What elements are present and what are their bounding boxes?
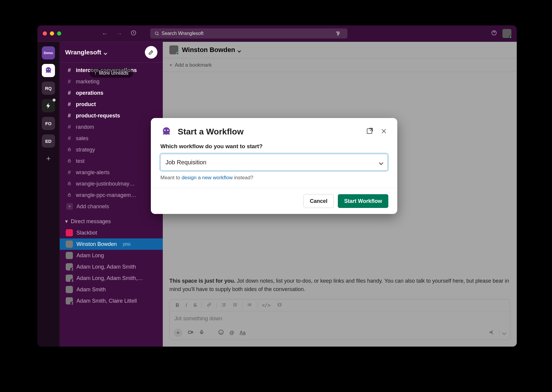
dm-adam-smith[interactable]: Adam Smith — [60, 284, 163, 295]
svg-rect-8 — [68, 149, 70, 151]
window-minimize-button[interactable] — [50, 31, 54, 36]
search-bar[interactable]: Search Wranglesoft — [150, 28, 347, 39]
svg-point-6 — [47, 69, 48, 70]
svg-point-3 — [338, 33, 339, 34]
channel-wrangle-justin[interactable]: wrangle-justinboulmay… — [60, 178, 163, 189]
presence-dot-icon — [509, 36, 512, 39]
chevron-down-icon — [380, 159, 383, 166]
hash-icon: # — [66, 90, 72, 96]
filter-icon[interactable] — [335, 31, 341, 36]
svg-rect-10 — [68, 183, 70, 185]
more-unreads-pill[interactable]: ↑ More unreads — [89, 69, 133, 78]
slack-window: ← → Search Wranglesoft Demo RQ — [37, 25, 517, 347]
workflow-select[interactable]: Job Requisition — [160, 154, 388, 171]
close-modal-button[interactable] — [380, 127, 388, 137]
channel-wrangle-ppc[interactable]: wrangle-ppc-managem… — [60, 189, 163, 201]
start-workflow-modal: Start a Workflow Which workflow do you w… — [151, 118, 397, 214]
hash-icon: # — [66, 113, 72, 119]
search-icon — [154, 31, 159, 36]
workflow-selected-value: Job Requisition — [165, 159, 206, 166]
close-icon — [381, 128, 387, 134]
workspace-rail: Demo RQ FO ED + — [37, 42, 60, 347]
add-workspace-button[interactable]: + — [46, 154, 50, 163]
wrangle-logo-icon — [160, 126, 172, 138]
more-unreads-label: More unreads — [99, 71, 128, 76]
nav-controls: ← → — [101, 29, 138, 39]
nav-back-button[interactable]: ← — [101, 29, 109, 38]
lock-icon — [66, 181, 72, 187]
window-close-button[interactable] — [43, 31, 47, 36]
dm-section-toggle[interactable]: ▾ Direct messages — [60, 216, 163, 227]
add-channels-button[interactable]: +Add channels — [60, 201, 163, 212]
modal-body: Which workflow do you want to start? Job… — [151, 140, 397, 188]
channel-operations[interactable]: #operations — [60, 87, 163, 99]
hash-icon: # — [66, 135, 72, 142]
avatar — [66, 252, 73, 259]
workspace-name-label: Wranglesoft — [65, 49, 101, 56]
svg-rect-9 — [68, 160, 70, 162]
window-maximize-button[interactable] — [57, 31, 61, 36]
modal-header: Start a Workflow — [151, 118, 397, 140]
compose-button[interactable] — [145, 46, 157, 59]
hash-icon: # — [66, 124, 72, 130]
dm-section-label: Direct messages — [71, 218, 111, 225]
rail-workspace-wrangle[interactable] — [42, 64, 55, 77]
history-button[interactable] — [129, 29, 138, 39]
svg-point-20 — [167, 130, 169, 131]
channel-random[interactable]: #random — [60, 121, 163, 133]
start-workflow-button[interactable]: Start Workflow — [338, 194, 388, 208]
avatar — [66, 229, 73, 236]
external-link-icon — [367, 128, 372, 134]
dm-adam-smith-claire[interactable]: 2Adam Smith, Claire Littell — [60, 295, 163, 307]
channel-list: ↑ More unreads #intercom-conversations #… — [60, 63, 163, 347]
avatar: 2 — [66, 297, 73, 304]
avatar — [66, 241, 73, 248]
arrow-up-icon: ↑ — [94, 71, 96, 76]
rail-workspace-rq[interactable]: RQ — [42, 82, 55, 95]
cancel-button[interactable]: Cancel — [303, 194, 334, 208]
dm-slackbot[interactable]: Slackbot — [60, 227, 163, 238]
caret-down-icon: ▾ — [65, 218, 68, 225]
dm-winston-bowden[interactable]: Winston Bowdenyou — [60, 238, 163, 250]
channel-product[interactable]: #product — [60, 99, 163, 110]
badge-dot-icon — [53, 99, 56, 102]
workflow-question-label: Which workflow do you want to start? — [160, 143, 388, 150]
chevron-down-icon — [103, 49, 107, 56]
titlebar: ← → Search Wranglesoft — [37, 25, 517, 42]
rail-workspace-demo[interactable]: Demo — [42, 46, 55, 59]
channel-wrangle-alerts[interactable]: #wrangle-alerts — [60, 167, 163, 178]
lock-icon — [66, 158, 72, 164]
svg-rect-11 — [68, 195, 70, 196]
traffic-lights — [43, 31, 61, 36]
svg-point-19 — [164, 130, 166, 131]
channel-test[interactable]: test — [60, 155, 163, 167]
user-avatar[interactable] — [502, 29, 511, 38]
modal-hint: Meant to design a new workflow instead? — [160, 175, 388, 181]
svg-point-4 — [338, 34, 338, 35]
search-placeholder: Search Wranglesoft — [162, 31, 335, 36]
workspace-switcher[interactable]: Wranglesoft — [65, 49, 107, 56]
rail-workspace-fo[interactable]: FO — [42, 117, 55, 130]
help-button[interactable] — [490, 29, 498, 39]
dm-adam-long[interactable]: Adam Long — [60, 250, 163, 261]
channel-strategy[interactable]: strategy — [60, 144, 163, 155]
dm-group-3[interactable]: 3Adam Long, Adam Smith,… — [60, 272, 163, 284]
modal-title: Start a Workflow — [178, 127, 360, 137]
hash-icon: # — [66, 79, 72, 85]
svg-point-2 — [337, 32, 338, 33]
channel-sales[interactable]: #sales — [60, 133, 163, 144]
channel-product-requests[interactable]: #product-requests — [60, 110, 163, 121]
avatar: 2 — [66, 263, 73, 270]
nav-forward-button[interactable]: → — [115, 29, 123, 38]
dm-adam-long-adam-smith[interactable]: 2Adam Long, Adam Smith — [60, 261, 163, 272]
design-workflow-link[interactable]: design a new workflow — [182, 175, 233, 180]
rail-workspace-flash[interactable] — [42, 99, 55, 112]
svg-point-1 — [155, 32, 158, 35]
rail-workspace-ed[interactable]: ED — [42, 134, 55, 148]
hash-icon: # — [66, 67, 72, 74]
modal-footer: Cancel Start Workflow — [151, 188, 397, 214]
svg-point-7 — [49, 69, 50, 70]
open-external-button[interactable] — [366, 127, 373, 137]
avatar — [66, 286, 73, 293]
plus-icon: + — [66, 203, 73, 210]
